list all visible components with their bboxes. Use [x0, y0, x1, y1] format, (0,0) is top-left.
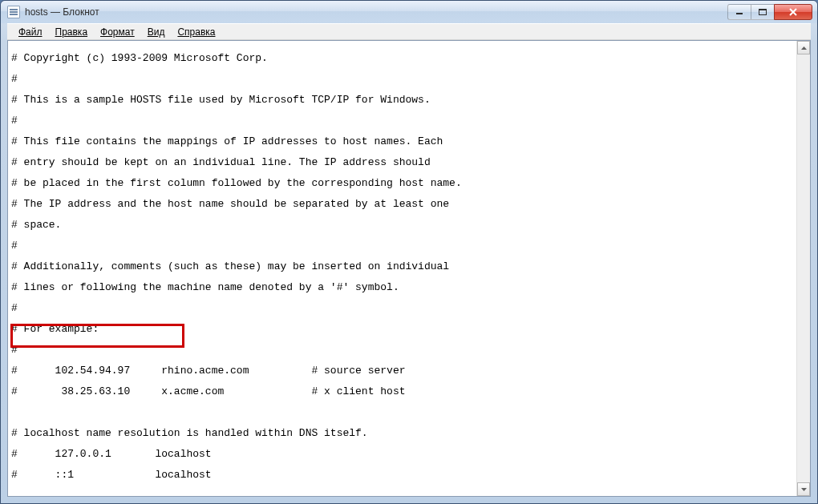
maximize-button[interactable]	[751, 4, 775, 20]
text-line: # Additionally, comments (such as these)…	[11, 261, 793, 272]
menu-edit[interactable]: Правка	[49, 25, 95, 39]
scroll-up-button[interactable]	[797, 41, 810, 54]
text-line: #	[11, 240, 793, 251]
notepad-window: hosts — Блокнот Файл Правка Формат Вид С…	[0, 0, 818, 504]
menu-help[interactable]: Справка	[171, 25, 221, 39]
text-line: #	[11, 115, 793, 126]
text-line: # This file contains the mappings of IP …	[11, 136, 793, 147]
scroll-down-button[interactable]	[797, 482, 810, 496]
titlebar[interactable]: hosts — Блокнот	[1, 1, 817, 23]
menu-format[interactable]: Формат	[94, 25, 141, 39]
text-line: #	[11, 345, 793, 355]
text-line: # be placed in the first column followed…	[11, 178, 793, 188]
text-line: # lines or following the machine name de…	[11, 282, 793, 292]
scroll-track[interactable]	[797, 54, 810, 482]
text-line	[11, 407, 793, 417]
text-line: # For example:	[11, 324, 793, 334]
text-line: # 102.54.94.97 rhino.acme.com # source s…	[11, 365, 793, 376]
svg-rect-0	[736, 13, 743, 14]
text-editor[interactable]: # Copyright (c) 1993-2009 Microsoft Corp…	[8, 41, 796, 496]
text-line	[11, 490, 793, 496]
svg-rect-2	[759, 9, 767, 10]
text-line: # Copyright (c) 1993-2009 Microsoft Corp…	[11, 53, 793, 63]
text-line: # This is a sample HOSTS file used by Mi…	[11, 95, 793, 105]
text-line: #	[11, 303, 793, 313]
text-line: # localhost name resolution is handled w…	[11, 428, 793, 438]
menu-bar: Файл Правка Формат Вид Справка	[7, 23, 811, 40]
close-button[interactable]	[774, 4, 812, 20]
text-line: #	[11, 74, 793, 84]
minimize-button[interactable]	[727, 4, 751, 20]
menu-view[interactable]: Вид	[141, 25, 172, 39]
client-area: # Copyright (c) 1993-2009 Microsoft Corp…	[7, 40, 811, 497]
notepad-icon	[7, 6, 20, 18]
text-line: # entry should be kept on an individual …	[11, 157, 793, 167]
window-title: hosts — Блокнот	[25, 6, 728, 18]
window-controls	[728, 4, 812, 20]
menu-file[interactable]: Файл	[12, 25, 49, 39]
text-line: # 38.25.63.10 x.acme.com # x client host	[11, 386, 793, 397]
vertical-scrollbar[interactable]	[796, 41, 810, 496]
text-line: # ::1 localhost	[11, 470, 793, 480]
text-line: # space.	[11, 220, 793, 230]
text-line: # The IP address and the host name shoul…	[11, 199, 793, 209]
text-line: # 127.0.0.1 localhost	[11, 449, 793, 459]
